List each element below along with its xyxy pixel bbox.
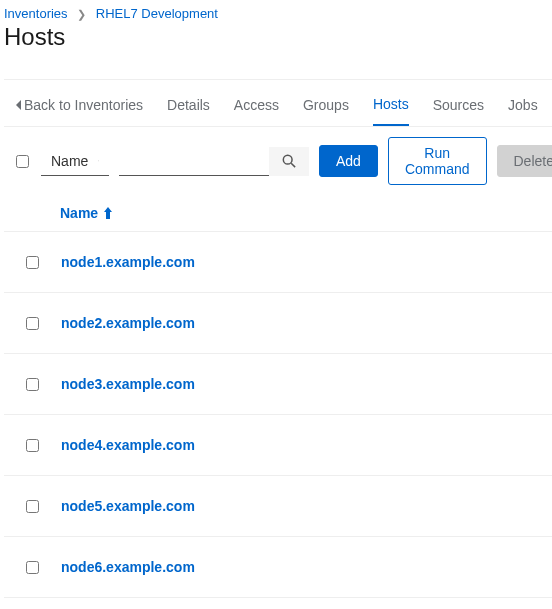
row-checkbox[interactable] [26,317,39,330]
tab-details[interactable]: Details [167,93,210,125]
caret-down-icon [98,158,99,164]
chevron-right-icon: ❯ [77,8,86,20]
tab-groups[interactable]: Groups [303,93,349,125]
svg-line-1 [291,163,295,167]
host-link[interactable]: node5.example.com [61,498,195,514]
tab-jobs[interactable]: Jobs [508,93,538,125]
toolbar: Name Add Run Command Delete [4,127,552,195]
breadcrumb: Inventories ❯ RHEL7 Development [0,0,552,23]
svg-point-0 [283,155,292,164]
back-to-inventories[interactable]: Back to Inventories [16,93,143,125]
host-link[interactable]: node3.example.com [61,376,195,392]
delete-button[interactable]: Delete [497,145,553,177]
table-row: node5.example.com [4,476,552,537]
add-button[interactable]: Add [319,145,378,177]
table-row: node6.example.com [4,537,552,598]
host-link[interactable]: node6.example.com [61,559,195,575]
search-group [119,147,309,176]
run-command-button[interactable]: Run Command [388,137,487,185]
table-body: node1.example.comnode2.example.comnode3.… [4,232,552,598]
host-link[interactable]: node1.example.com [61,254,195,270]
breadcrumb-root[interactable]: Inventories [4,6,68,21]
search-button[interactable] [269,147,309,176]
table-row: node4.example.com [4,415,552,476]
table-row: node3.example.com [4,354,552,415]
select-all-checkbox[interactable] [16,155,29,168]
table-header: Name [4,195,552,232]
tab-access[interactable]: Access [234,93,279,125]
back-label: Back to Inventories [24,97,143,113]
table-row: node1.example.com [4,232,552,293]
tab-bar: Back to Inventories Details Access Group… [4,80,552,127]
search-input[interactable] [119,147,269,176]
filter-field-label: Name [51,153,88,169]
row-checkbox[interactable] [26,378,39,391]
caret-left-icon [16,100,22,110]
content-panel: Back to Inventories Details Access Group… [4,79,552,598]
row-checkbox[interactable] [26,256,39,269]
column-header-name-label: Name [60,205,98,221]
column-header-name[interactable]: Name [60,205,112,221]
filter-field-dropdown[interactable]: Name [41,147,109,176]
tab-sources[interactable]: Sources [433,93,484,125]
breadcrumb-current[interactable]: RHEL7 Development [96,6,218,21]
row-checkbox[interactable] [26,439,39,452]
table-row: node2.example.com [4,293,552,354]
host-link[interactable]: node4.example.com [61,437,195,453]
row-checkbox[interactable] [26,561,39,574]
row-checkbox[interactable] [26,500,39,513]
page-title: Hosts [0,23,552,67]
tab-hosts[interactable]: Hosts [373,92,409,126]
sort-asc-icon [104,207,112,219]
host-link[interactable]: node2.example.com [61,315,195,331]
search-icon [282,154,296,168]
